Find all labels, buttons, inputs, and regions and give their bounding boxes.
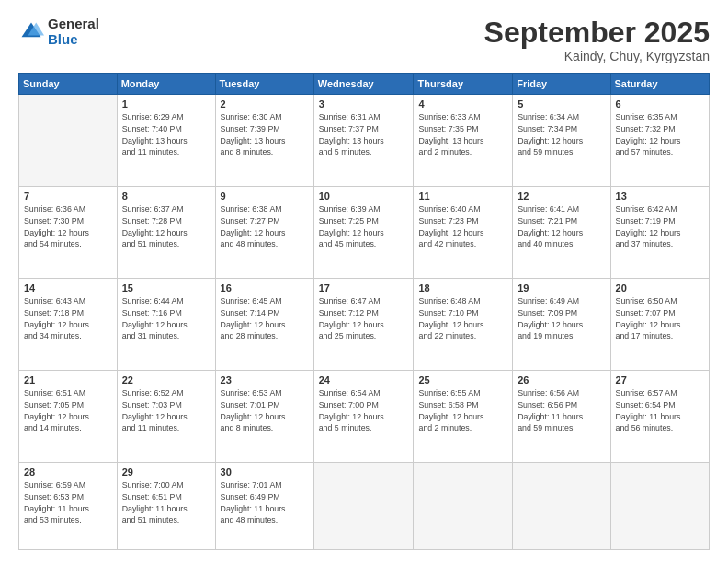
- day-info: Sunrise: 6:37 AMSunset: 7:28 PMDaylight:…: [122, 203, 210, 250]
- table-row: 27Sunrise: 6:57 AMSunset: 6:54 PMDayligh…: [610, 371, 709, 463]
- day-info: Sunrise: 6:49 AMSunset: 7:09 PMDaylight:…: [518, 295, 605, 342]
- logo-text: General Blue: [48, 17, 99, 47]
- calendar-row-2: 7Sunrise: 6:36 AMSunset: 7:30 PMDaylight…: [19, 187, 710, 279]
- logo-general: General: [48, 17, 99, 32]
- table-row: 21Sunrise: 6:51 AMSunset: 7:05 PMDayligh…: [19, 371, 118, 463]
- day-info: Sunrise: 7:00 AMSunset: 6:51 PMDaylight:…: [122, 479, 210, 526]
- table-row: 8Sunrise: 6:37 AMSunset: 7:28 PMDaylight…: [117, 187, 215, 279]
- day-number: 27: [616, 374, 704, 385]
- header-row: Sunday Monday Tuesday Wednesday Thursday…: [19, 74, 710, 95]
- day-info: Sunrise: 6:34 AMSunset: 7:34 PMDaylight:…: [518, 111, 605, 158]
- header: General Blue September 2025 Kaindy, Chuy…: [18, 17, 710, 63]
- logo: General Blue: [18, 17, 99, 47]
- table-row: 6Sunrise: 6:35 AMSunset: 7:32 PMDaylight…: [610, 95, 709, 187]
- day-info: Sunrise: 6:40 AMSunset: 7:23 PMDaylight:…: [418, 203, 507, 250]
- day-info: Sunrise: 6:39 AMSunset: 7:25 PMDaylight:…: [319, 203, 409, 250]
- table-row: 19Sunrise: 6:49 AMSunset: 7:09 PMDayligh…: [513, 279, 610, 371]
- day-info: Sunrise: 6:54 AMSunset: 7:00 PMDaylight:…: [319, 387, 409, 434]
- table-row: 23Sunrise: 6:53 AMSunset: 7:01 PMDayligh…: [215, 371, 313, 463]
- table-row: 2Sunrise: 6:30 AMSunset: 7:39 PMDaylight…: [215, 95, 313, 187]
- calendar-table: Sunday Monday Tuesday Wednesday Thursday…: [18, 73, 710, 550]
- day-number: 15: [122, 282, 210, 293]
- day-number: 12: [518, 190, 605, 201]
- day-number: 19: [518, 282, 605, 293]
- table-row: 24Sunrise: 6:54 AMSunset: 7:00 PMDayligh…: [313, 371, 414, 463]
- table-row: [313, 463, 414, 550]
- table-row: [513, 463, 610, 550]
- day-info: Sunrise: 6:43 AMSunset: 7:18 PMDaylight:…: [24, 295, 112, 342]
- calendar-row-5: 28Sunrise: 6:59 AMSunset: 6:53 PMDayligh…: [19, 463, 710, 550]
- table-row: 7Sunrise: 6:36 AMSunset: 7:30 PMDaylight…: [19, 187, 118, 279]
- table-row: 17Sunrise: 6:47 AMSunset: 7:12 PMDayligh…: [313, 279, 414, 371]
- day-number: 7: [24, 190, 112, 201]
- col-tuesday: Tuesday: [215, 74, 313, 95]
- logo-icon: [18, 19, 44, 45]
- day-number: 14: [24, 282, 112, 293]
- table-row: 18Sunrise: 6:48 AMSunset: 7:10 PMDayligh…: [414, 279, 513, 371]
- calendar-row-1: 1Sunrise: 6:29 AMSunset: 7:40 PMDaylight…: [19, 95, 710, 187]
- table-row: 20Sunrise: 6:50 AMSunset: 7:07 PMDayligh…: [610, 279, 709, 371]
- day-info: Sunrise: 6:36 AMSunset: 7:30 PMDaylight:…: [24, 203, 112, 250]
- day-number: 2: [221, 98, 309, 109]
- day-number: 3: [319, 98, 409, 109]
- day-number: 23: [221, 374, 309, 385]
- day-info: Sunrise: 6:55 AMSunset: 6:58 PMDaylight:…: [418, 387, 507, 434]
- day-number: 9: [221, 190, 309, 201]
- day-number: 20: [616, 282, 704, 293]
- day-info: Sunrise: 6:30 AMSunset: 7:39 PMDaylight:…: [221, 111, 309, 158]
- table-row: 3Sunrise: 6:31 AMSunset: 7:37 PMDaylight…: [313, 95, 414, 187]
- day-info: Sunrise: 6:48 AMSunset: 7:10 PMDaylight:…: [418, 295, 507, 342]
- day-number: 11: [418, 190, 507, 201]
- day-info: Sunrise: 6:51 AMSunset: 7:05 PMDaylight:…: [24, 387, 112, 434]
- table-row: 28Sunrise: 6:59 AMSunset: 6:53 PMDayligh…: [19, 463, 118, 550]
- day-number: 16: [221, 282, 309, 293]
- day-info: Sunrise: 6:41 AMSunset: 7:21 PMDaylight:…: [518, 203, 605, 250]
- day-info: Sunrise: 6:38 AMSunset: 7:27 PMDaylight:…: [221, 203, 309, 250]
- day-number: 21: [24, 374, 112, 385]
- day-number: 26: [518, 374, 605, 385]
- day-number: 30: [221, 466, 309, 477]
- table-row: 30Sunrise: 7:01 AMSunset: 6:49 PMDayligh…: [215, 463, 313, 550]
- table-row: 14Sunrise: 6:43 AMSunset: 7:18 PMDayligh…: [19, 279, 118, 371]
- table-row: 16Sunrise: 6:45 AMSunset: 7:14 PMDayligh…: [215, 279, 313, 371]
- day-number: 18: [418, 282, 507, 293]
- table-row: 10Sunrise: 6:39 AMSunset: 7:25 PMDayligh…: [313, 187, 414, 279]
- table-row: 22Sunrise: 6:52 AMSunset: 7:03 PMDayligh…: [117, 371, 215, 463]
- day-info: Sunrise: 6:31 AMSunset: 7:37 PMDaylight:…: [319, 111, 409, 158]
- day-info: Sunrise: 6:47 AMSunset: 7:12 PMDaylight:…: [319, 295, 409, 342]
- day-info: Sunrise: 6:56 AMSunset: 6:56 PMDaylight:…: [518, 387, 605, 434]
- day-info: Sunrise: 6:35 AMSunset: 7:32 PMDaylight:…: [616, 111, 704, 158]
- day-info: Sunrise: 6:45 AMSunset: 7:14 PMDaylight:…: [221, 295, 309, 342]
- day-number: 1: [122, 98, 210, 109]
- table-row: [610, 463, 709, 550]
- col-thursday: Thursday: [414, 74, 513, 95]
- day-info: Sunrise: 6:59 AMSunset: 6:53 PMDaylight:…: [24, 479, 112, 526]
- day-number: 25: [418, 374, 507, 385]
- day-number: 28: [24, 466, 112, 477]
- table-row: 12Sunrise: 6:41 AMSunset: 7:21 PMDayligh…: [513, 187, 610, 279]
- page: General Blue September 2025 Kaindy, Chuy…: [0, 0, 728, 563]
- day-info: Sunrise: 6:52 AMSunset: 7:03 PMDaylight:…: [122, 387, 210, 434]
- col-saturday: Saturday: [610, 74, 709, 95]
- day-info: Sunrise: 6:53 AMSunset: 7:01 PMDaylight:…: [221, 387, 309, 434]
- col-friday: Friday: [513, 74, 610, 95]
- table-row: 4Sunrise: 6:33 AMSunset: 7:35 PMDaylight…: [414, 95, 513, 187]
- table-row: 11Sunrise: 6:40 AMSunset: 7:23 PMDayligh…: [414, 187, 513, 279]
- location: Kaindy, Chuy, Kyrgyzstan: [484, 49, 710, 63]
- table-row: 29Sunrise: 7:00 AMSunset: 6:51 PMDayligh…: [117, 463, 215, 550]
- day-info: Sunrise: 6:44 AMSunset: 7:16 PMDaylight:…: [122, 295, 210, 342]
- table-row: 1Sunrise: 6:29 AMSunset: 7:40 PMDaylight…: [117, 95, 215, 187]
- table-row: [19, 95, 118, 187]
- table-row: 13Sunrise: 6:42 AMSunset: 7:19 PMDayligh…: [610, 187, 709, 279]
- col-monday: Monday: [117, 74, 215, 95]
- day-info: Sunrise: 6:50 AMSunset: 7:07 PMDaylight:…: [616, 295, 704, 342]
- day-info: Sunrise: 7:01 AMSunset: 6:49 PMDaylight:…: [221, 479, 309, 526]
- month-title: September 2025: [484, 17, 710, 49]
- table-row: 9Sunrise: 6:38 AMSunset: 7:27 PMDaylight…: [215, 187, 313, 279]
- day-number: 17: [319, 282, 409, 293]
- day-number: 24: [319, 374, 409, 385]
- day-number: 4: [418, 98, 507, 109]
- day-number: 29: [122, 466, 210, 477]
- day-number: 13: [616, 190, 704, 201]
- calendar-row-4: 21Sunrise: 6:51 AMSunset: 7:05 PMDayligh…: [19, 371, 710, 463]
